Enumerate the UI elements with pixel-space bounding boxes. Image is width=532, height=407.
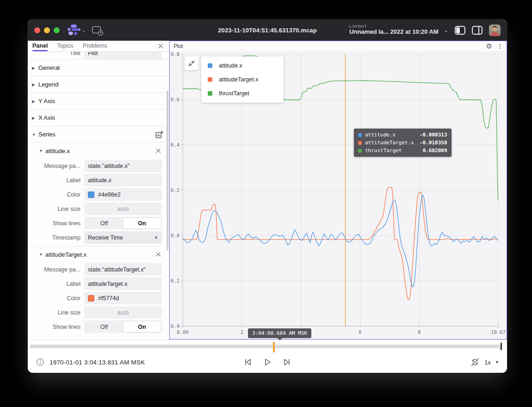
section-legend-label: Legend [38,81,58,88]
svg-text:0.0: 0.0 [171,233,179,238]
svg-text:-0.2: -0.2 [170,278,179,284]
legend-item-attitude-target-x[interactable]: attitudeTarget.x [201,73,284,86]
color-swatch[interactable] [88,191,94,198]
loop-off-icon[interactable] [470,357,480,367]
tooltip-value: 0.682089 [423,148,447,154]
app-menu-chevron-icon[interactable]: ⌄ [82,28,86,33]
window-controls [34,27,60,33]
remove-series-icon[interactable] [154,147,162,155]
svg-text:0.2: 0.2 [171,187,179,193]
minimize-window-button[interactable] [44,27,50,33]
line-size-input[interactable]: auto [84,306,162,319]
layout-chevron-icon[interactable]: ⌄ [444,27,448,33]
tooltip-label: attitudeTarget.x [365,140,420,146]
series-header-attitude-x[interactable]: ▼ attitude.x [28,143,169,159]
label-input[interactable]: attitude.x [84,174,162,186]
chevron-down-icon: ▼ [154,235,158,240]
show-lines-on-option[interactable]: On [123,218,161,228]
show-lines-off-option[interactable]: Off [85,321,123,332]
color-input[interactable]: #f5774d [84,292,162,304]
series-header-attitude-target-x[interactable]: ▼ attitudeTarget.x [28,247,169,262]
label-label: Label [28,281,84,287]
timestamp-label: Timestamp [28,234,84,241]
current-timestamp[interactable]: 1970-01-01 3:04:13.831 AM MSK [49,359,145,366]
plot-chart-area[interactable]: 0.80.60.40.20.0-0.2-0.40.00246810.67 att… [170,51,507,339]
legend-item-thrust-target[interactable]: thrustTarget [201,86,284,100]
add-series-icon[interactable] [155,130,163,139]
collapsed-arrow-icon: ▶ [32,116,38,120]
layout-selector[interactable]: LAYOUT Unnamed la... 2022 at 10:20 AM [349,25,438,36]
transport-controls [242,357,292,367]
seek-start-icon[interactable] [242,357,253,367]
timestamp-select[interactable]: Receive Time ▼ [84,231,162,244]
message-path-input[interactable]: state."attitudeTarget.x" [84,263,162,276]
panel-settings-gear-icon[interactable]: ⚙ [486,43,492,49]
color-input[interactable]: #4e98e2 [84,188,162,201]
timeline-scrubber[interactable] [28,340,507,352]
app-logo-icon[interactable] [67,24,81,36]
user-avatar[interactable] [489,25,501,36]
right-sidebar-toggle-icon[interactable] [472,26,483,35]
plot-panel[interactable]: Plot ⚙ ⋮ 0.80.60.40.20.0-0.2-0.40.002468… [169,41,507,339]
close-sidebar-icon[interactable] [157,43,164,50]
series-node-attitude-x: ▼ attitude.x Message pa... state."attitu… [28,142,169,246]
close-window-button[interactable] [34,27,40,33]
line-size-label: Line size [28,309,84,316]
color-label: Color [28,191,84,198]
label-input[interactable]: attitudeTarget.x [84,278,162,290]
legend-swatch-green [208,91,212,96]
data-source-title[interactable]: 2023-11-10T04:51:45.631370.mcap [218,27,316,34]
color-value: #4e98e2 [98,191,121,198]
info-icon[interactable] [36,358,45,367]
left-sidebar-toggle-icon[interactable] [455,26,465,35]
section-series[interactable]: ▼ Series [28,126,169,142]
legend-swatch-orange [208,77,212,82]
line-size-input[interactable]: auto [84,203,162,215]
section-x-axis-label: X Axis [38,114,55,121]
plot-panel-header[interactable]: Plot ⚙ ⋮ [170,41,507,51]
title-field-row-clipped: Title Plot [28,52,169,59]
play-icon[interactable] [262,357,272,367]
section-legend[interactable]: ▶ Legend [28,76,169,92]
legend-item-attitude-x[interactable]: attitude.x [201,59,284,73]
playback-speed[interactable]: 1x [484,359,491,366]
remove-series-icon[interactable] [154,250,162,259]
sidebar-scrollbar[interactable] [167,91,168,251]
show-lines-on-option[interactable]: On [123,321,161,332]
svg-text:0.6: 0.6 [171,97,179,102]
collapse-legend-button[interactable] [185,56,198,70]
message-path-input[interactable]: state."attitude.x" [84,160,162,172]
expanded-arrow-icon: ▼ [32,132,38,137]
color-swatch[interactable] [88,295,94,302]
title-field-label: Title [28,52,84,56]
tab-panel[interactable]: Panel [32,41,48,51]
section-y-axis[interactable]: ▶ Y Axis [28,92,169,109]
scrubber-track[interactable] [30,345,502,348]
new-window-button[interactable]: + [92,26,102,34]
collapsed-arrow-icon: ▶ [32,66,38,70]
label-label: Label [28,177,84,184]
title-field-input[interactable]: Plot [84,52,162,59]
sidebar-scroll-area[interactable]: Title Plot ▶ General ▶ Legend ▶ Y Axis [28,52,169,339]
scrubber-playhead[interactable] [501,343,502,350]
tooltip-swatch-green [358,149,362,153]
panel-menu-kebab-icon[interactable]: ⋮ [497,43,503,49]
series-name: attitude.x [45,148,70,154]
svg-text:0.00: 0.00 [177,329,188,335]
section-x-axis[interactable]: ▶ X Axis [28,109,169,126]
tab-problems[interactable]: Problems [83,41,107,51]
zoom-window-button[interactable] [54,27,60,33]
seek-end-icon[interactable] [282,357,292,367]
color-value: #f5774d [98,295,119,302]
speed-chevron-icon[interactable]: ▼ [495,360,499,364]
series-name: attitudeTarget.x [45,251,87,258]
title-bar: ⌄ + 2023-11-10T04:51:45.631370.mcap LAYO… [28,19,507,41]
tab-topics[interactable]: Topics [57,41,73,51]
show-lines-off-option[interactable]: Off [85,218,123,228]
legend-swatch-blue [208,63,212,68]
tooltip-swatch-blue [358,133,362,137]
plot-legend: attitude.x attitudeTarget.x thrustTarget [201,56,284,103]
tooltip-label: thrustTarget [365,148,420,154]
section-general[interactable]: ▶ General [28,59,169,76]
section-y-axis-label: Y Axis [38,98,55,105]
